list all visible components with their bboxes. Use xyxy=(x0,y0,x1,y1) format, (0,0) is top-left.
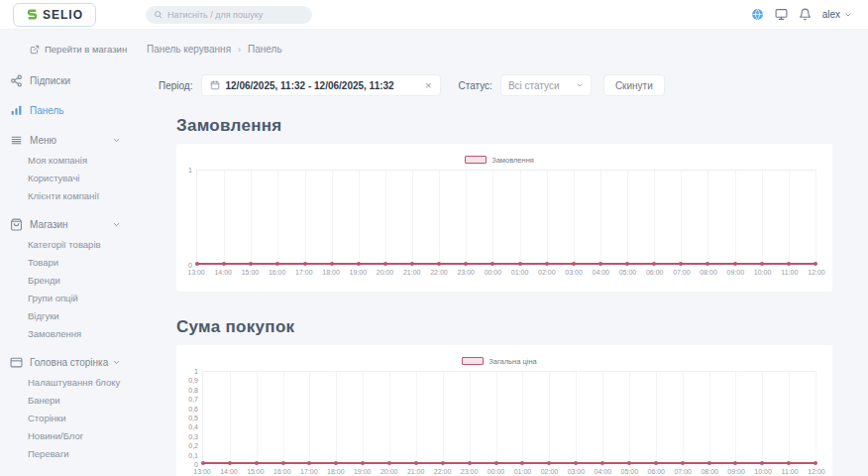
chevron-down-icon xyxy=(844,11,852,19)
gridline xyxy=(412,171,413,264)
sidebar-subitem[interactable]: Сторінки xyxy=(28,413,139,423)
series-point xyxy=(518,262,522,266)
gridline xyxy=(735,171,736,264)
sidebar-subitem[interactable]: Моя компанія xyxy=(28,155,139,166)
x-tick-label: 05:00 xyxy=(619,269,637,276)
x-tick-label: 12:00 xyxy=(808,269,825,276)
sidebar-subitem[interactable]: Товари xyxy=(28,257,139,268)
gridline xyxy=(654,171,655,264)
sidebar-subitem[interactable]: Замовлення xyxy=(28,328,139,339)
series-point xyxy=(733,262,737,266)
search-input[interactable] xyxy=(167,10,304,20)
sidebar-sublist-menu: Моя компаніяКористувачіКлієнти компанії xyxy=(28,155,139,201)
y-tick-label: 0 xyxy=(188,262,192,269)
series-point xyxy=(679,262,683,266)
gridline xyxy=(336,372,337,463)
sidebar-item-home-page[interactable]: Головна сторінка xyxy=(10,356,121,369)
series-line xyxy=(197,263,815,265)
sidebar-item-menu[interactable]: Меню xyxy=(10,134,121,147)
sidebar-subitem[interactable]: Банери xyxy=(28,395,139,406)
sidebar-subitem[interactable]: Групи опцій xyxy=(28,293,139,303)
sidebar-subitem[interactable]: Бренди xyxy=(28,275,139,286)
x-tick-label: 16:00 xyxy=(273,468,291,475)
search-bar[interactable] xyxy=(146,6,312,24)
display-icon[interactable] xyxy=(775,8,788,21)
series-point xyxy=(222,262,226,266)
breadcrumb: Панель керування›Панель xyxy=(147,44,868,55)
plot-column: 13:0014:0015:0016:0017:0018:0019:0020:00… xyxy=(196,170,816,279)
sidebar-item-go-to-store[interactable]: Перейти в магазин xyxy=(30,44,139,55)
logo[interactable]: SELIO xyxy=(13,3,96,27)
sidebar-item-store[interactable]: Магазин xyxy=(10,218,121,231)
gridline xyxy=(789,171,790,264)
status-select[interactable]: Всі статуси xyxy=(500,74,592,96)
series-point xyxy=(441,461,445,465)
user-name: alex xyxy=(822,9,840,20)
y-tick-label: 0,4 xyxy=(188,423,198,430)
reset-button[interactable]: Скинути xyxy=(603,74,665,96)
purchase-sum-chart-card: Загальна ціна10,90,80,70,60,50,40,30,20,… xyxy=(176,345,832,476)
main-content: Панель керування›Панель Період: 12/06/20… xyxy=(139,30,868,476)
period-date-range-input[interactable]: 12/06/2025, 11:32 - 12/06/2025, 11:32 × xyxy=(201,74,441,96)
series-point xyxy=(600,461,604,465)
sidebar-item-label: Перейти в магазин xyxy=(45,44,127,55)
sidebar-group-store: МагазинКатегорії товарівТовариБрендиГруп… xyxy=(0,218,139,339)
x-tick-label: 19:00 xyxy=(354,468,372,475)
sidebar-item-label: Головна сторінка xyxy=(30,357,108,368)
series-point xyxy=(652,262,656,266)
breadcrumb-item[interactable]: Панель керування xyxy=(147,44,231,55)
gridline xyxy=(496,372,497,463)
series-point xyxy=(520,461,524,465)
gridline xyxy=(735,372,736,463)
language-globe-icon[interactable] xyxy=(751,8,764,21)
x-tick-label: 09:00 xyxy=(727,468,745,475)
x-tick-label: 01:00 xyxy=(514,468,532,475)
y-tick-label: 0 xyxy=(194,461,198,468)
logo-text: SELIO xyxy=(43,8,83,22)
x-tick-label: 00:00 xyxy=(488,468,505,475)
sidebar-group-subscriptions: Підписки xyxy=(0,74,139,87)
gridline xyxy=(416,372,417,463)
sidebar-subitem[interactable]: Переваги xyxy=(28,448,139,459)
plot-column: 13:0014:0015:0016:0017:0018:0019:0020:00… xyxy=(202,371,816,476)
series-point xyxy=(494,461,498,465)
gridline xyxy=(439,171,440,264)
x-tick-label: 10:00 xyxy=(754,468,772,475)
x-tick-label: 11:00 xyxy=(781,269,798,276)
series-point xyxy=(814,262,817,266)
clear-date-icon[interactable]: × xyxy=(425,80,431,91)
sidebar-item-subscriptions[interactable]: Підписки xyxy=(10,74,121,87)
sidebar-sublist-store: Категорії товарівТовариБрендиГрупи опцій… xyxy=(28,239,139,339)
sidebar-item-dashboard[interactable]: Панель xyxy=(10,104,121,117)
x-tick-label: 15:00 xyxy=(247,468,265,475)
sidebar-subitem[interactable]: Новини/Блог xyxy=(28,430,139,441)
x-tick-label: 18:00 xyxy=(327,468,345,475)
y-tick-label: 0,5 xyxy=(188,415,198,421)
sidebar-subitem[interactable]: Налаштування блоку xyxy=(28,377,139,388)
user-menu[interactable]: alex xyxy=(822,9,852,20)
notifications-bell-icon[interactable] xyxy=(799,8,812,21)
series-point xyxy=(705,262,709,266)
gridline xyxy=(385,171,386,264)
x-tick-label: 20:00 xyxy=(377,269,394,276)
y-axis: 10,90,80,70,60,50,40,30,20,10 xyxy=(182,371,202,464)
x-tick-label: 03:00 xyxy=(565,269,583,276)
gridline xyxy=(522,372,523,463)
series-point xyxy=(303,262,307,266)
series-point xyxy=(357,262,361,266)
sidebar-subitem[interactable]: Користувачі xyxy=(28,173,139,183)
gridline xyxy=(600,171,601,264)
sidebar-subitem[interactable]: Категорії товарів xyxy=(28,239,139,250)
series-point xyxy=(733,461,737,465)
x-tick-label: 08:00 xyxy=(700,269,717,276)
list-icon xyxy=(10,134,23,147)
sidebar-subitem[interactable]: Клієнти компанії xyxy=(28,190,139,201)
series-point xyxy=(361,461,365,465)
gridline xyxy=(305,171,306,264)
sidebar-subitem[interactable]: Відгуки xyxy=(28,310,139,321)
series-point xyxy=(195,262,199,266)
period-label: Період: xyxy=(159,80,193,91)
top-header: SELIO alex xyxy=(0,0,868,30)
x-tick-label: 10:00 xyxy=(754,269,772,276)
series-line xyxy=(203,462,815,464)
